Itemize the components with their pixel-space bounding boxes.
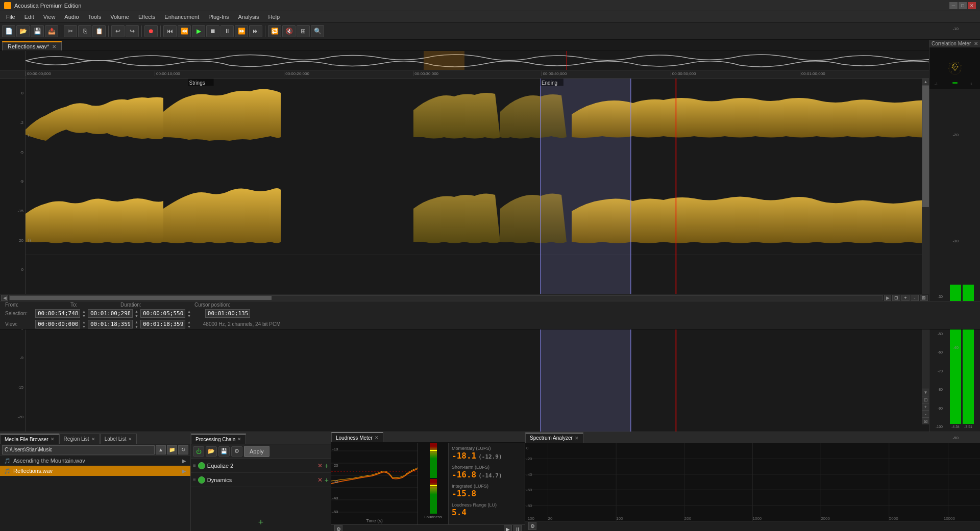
- path-refresh[interactable]: ↻: [178, 445, 188, 454]
- proc-power-btn[interactable]: ⏻: [193, 446, 204, 457]
- menu-tools[interactable]: Tools: [84, 13, 106, 21]
- zoom-in-v-btn[interactable]: +: [922, 403, 929, 410]
- proc-remove-2[interactable]: ✕: [317, 476, 323, 484]
- proc-settings-btn[interactable]: ⚙: [231, 446, 242, 457]
- menu-effects[interactable]: Effects: [134, 13, 159, 21]
- correlation-meter-close[interactable]: ✕: [974, 41, 978, 46]
- drag-handle-2[interactable]: ≡: [193, 477, 196, 483]
- export-button[interactable]: 📤: [45, 25, 58, 37]
- sel-from-dn-btn[interactable]: ▼: [82, 314, 86, 318]
- scroll-thumb-v[interactable]: [922, 86, 929, 207]
- close-button[interactable]: ✕: [968, 2, 976, 9]
- mute-button[interactable]: 🔇: [282, 25, 296, 37]
- h-scroll-track[interactable]: [9, 295, 883, 300]
- proc-power-eq[interactable]: [198, 462, 205, 469]
- zoom-out-v-btn[interactable]: -: [922, 410, 929, 417]
- zoom-h-in[interactable]: +: [901, 295, 910, 301]
- menu-volume[interactable]: Volume: [106, 13, 133, 21]
- cut-button[interactable]: ✂: [64, 25, 77, 37]
- loudness-play-btn[interactable]: ▶: [504, 525, 512, 531]
- menu-file[interactable]: File: [2, 13, 19, 21]
- fast-forward-button[interactable]: ⏩: [235, 25, 248, 37]
- sel-dur-field[interactable]: [140, 309, 185, 318]
- proc-effect-name-1[interactable]: Equalize 2: [207, 463, 315, 469]
- file-tab-reflections[interactable]: Reflections.wav* ✕: [2, 41, 62, 50]
- file-tab-close[interactable]: ✕: [52, 44, 56, 49]
- menu-edit[interactable]: Edit: [20, 13, 38, 21]
- play-button[interactable]: ▶: [192, 25, 205, 37]
- tab-loudness-meter[interactable]: Loudness Meter ✕: [331, 432, 383, 442]
- save-button[interactable]: 💾: [31, 25, 44, 37]
- tab-label-list[interactable]: Label List ✕: [100, 434, 137, 444]
- region-list-tab-close[interactable]: ✕: [91, 437, 95, 442]
- zoom-h-reset[interactable]: ⊠: [920, 295, 928, 301]
- redo-button[interactable]: ↪: [126, 25, 139, 37]
- menu-enhancement[interactable]: Enhancement: [160, 13, 203, 21]
- sel-dur-up-btn[interactable]: ▲: [187, 309, 191, 314]
- rewind-button[interactable]: ⏪: [178, 25, 191, 37]
- sel-to-dn-btn[interactable]: ▼: [135, 314, 138, 318]
- drag-handle-1[interactable]: ≡: [193, 463, 196, 468]
- menu-view[interactable]: View: [39, 13, 60, 21]
- spectrum-settings-btn[interactable]: ⚙: [528, 522, 536, 530]
- go-start-button[interactable]: ⏮: [163, 25, 177, 37]
- path-new-folder[interactable]: 📁: [167, 445, 177, 454]
- waveform-display[interactable]: Strings Ending L R ▲ ▼ ⊡ + - ⊠: [26, 79, 929, 432]
- pause-button[interactable]: ⏸: [220, 25, 234, 37]
- sel-dur-dn-btn[interactable]: ▼: [187, 314, 191, 318]
- view-from-field[interactable]: [35, 320, 80, 328]
- minimize-button[interactable]: ─: [949, 2, 958, 9]
- snap-button[interactable]: ⊞: [297, 25, 310, 37]
- scroll-left-arrow[interactable]: ◀: [1, 295, 8, 301]
- play-preview-1[interactable]: ▶: [182, 458, 186, 464]
- tab-region-list[interactable]: Region List ✕: [59, 434, 100, 444]
- play-preview-2[interactable]: ▶: [182, 468, 186, 474]
- proc-power-dyn[interactable]: [198, 476, 205, 484]
- undo-button[interactable]: ↩: [111, 25, 125, 37]
- sel-to-up-btn[interactable]: ▲: [135, 309, 138, 314]
- new-button[interactable]: 📄: [2, 25, 15, 37]
- proc-add-new[interactable]: +: [258, 517, 264, 528]
- v-scrollbar[interactable]: ▲ ▼ ⊡ + - ⊠: [922, 79, 929, 424]
- zoom-in-button[interactable]: 🔍: [311, 25, 324, 37]
- media-browser-tab-close[interactable]: ✕: [51, 437, 55, 442]
- proc-remove-1[interactable]: ✕: [317, 462, 323, 469]
- view-from-dn-btn[interactable]: ▼: [82, 324, 86, 329]
- scroll-down[interactable]: ▼: [922, 389, 929, 396]
- label-list-tab-close[interactable]: ✕: [128, 437, 132, 442]
- copy-button[interactable]: ⎘: [78, 25, 91, 37]
- view-from-up-btn[interactable]: ▲: [82, 320, 86, 324]
- tab-processing-chain[interactable]: Processing Chain ✕: [191, 434, 246, 444]
- browser-item-1[interactable]: 🎵 Ascending the Mountain.wav ▶: [0, 456, 190, 466]
- paste-button[interactable]: 📋: [92, 25, 106, 37]
- overview-wave-area[interactable]: [26, 51, 929, 70]
- scroll-right-arrow[interactable]: ▶: [884, 295, 891, 301]
- spectrum-tab-close[interactable]: ✕: [575, 436, 579, 441]
- proc-chain-tab-close[interactable]: ✕: [237, 437, 241, 442]
- proc-save-btn[interactable]: 💾: [218, 446, 230, 457]
- sel-from-up-btn[interactable]: ▲: [82, 309, 86, 314]
- view-to-dn-btn[interactable]: ▼: [135, 324, 138, 329]
- path-nav-up[interactable]: ▲: [156, 445, 166, 454]
- zoom-fit-btn[interactable]: ⊡: [922, 396, 929, 403]
- sel-to-field[interactable]: [88, 309, 133, 318]
- maximize-button[interactable]: □: [959, 2, 967, 9]
- proc-effect-name-2[interactable]: Dynamics: [207, 477, 315, 483]
- view-to-up-btn[interactable]: ▲: [135, 320, 138, 324]
- sel-from-field[interactable]: [35, 309, 80, 318]
- h-scroll-thumb[interactable]: [10, 296, 272, 300]
- apply-button[interactable]: Apply: [244, 446, 270, 457]
- open-button[interactable]: 📂: [16, 25, 30, 37]
- cursor-field[interactable]: [205, 309, 250, 318]
- proc-add-after-1[interactable]: +: [325, 462, 329, 470]
- go-end-button[interactable]: ⏭: [249, 25, 262, 37]
- proc-add-after-2[interactable]: +: [325, 476, 329, 484]
- menu-audio[interactable]: Audio: [60, 13, 83, 21]
- loudness-settings-btn[interactable]: ⚙: [334, 525, 342, 531]
- view-dur-field[interactable]: [140, 320, 185, 328]
- proc-load-btn[interactable]: 📂: [206, 446, 217, 457]
- menu-help[interactable]: Help: [264, 13, 284, 21]
- browser-item-2[interactable]: 🎵 Reflections.wav ▶: [0, 466, 190, 476]
- menu-analysis[interactable]: Analysis: [234, 13, 263, 21]
- zoom-reset-btn[interactable]: ⊠: [922, 417, 929, 424]
